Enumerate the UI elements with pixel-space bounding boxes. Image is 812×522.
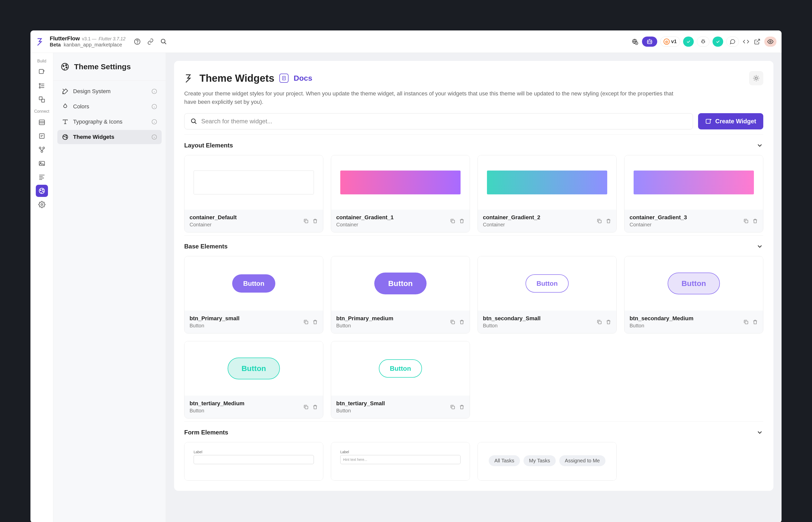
docs-link[interactable]: Docs	[293, 74, 312, 82]
delete-icon[interactable]	[459, 404, 465, 410]
delete-icon[interactable]	[312, 218, 318, 224]
status-check-1[interactable]	[683, 37, 694, 47]
delete-icon[interactable]	[752, 218, 758, 224]
rail-datatype-icon[interactable]	[36, 130, 48, 142]
info-icon[interactable]	[151, 88, 157, 94]
copy-icon[interactable]	[303, 218, 309, 224]
rail-api-icon[interactable]	[36, 144, 48, 156]
search-icon[interactable]	[160, 38, 168, 46]
button-preview: Button	[379, 359, 422, 378]
widget-card[interactable]: container_Gradient_3Container	[624, 155, 763, 233]
widget-card[interactable]: Button btn_secondary_SmallButton	[478, 256, 616, 334]
theme-toggle-button[interactable]	[749, 71, 763, 85]
copy-icon[interactable]	[303, 319, 309, 325]
bug-icon[interactable]	[697, 37, 710, 47]
rail-database-icon[interactable]	[36, 116, 48, 128]
svg-point-41	[191, 119, 195, 123]
copy-icon[interactable]	[743, 319, 749, 325]
textfield-preview: Label	[194, 450, 314, 464]
info-icon[interactable]	[151, 119, 157, 125]
link-icon[interactable]	[146, 38, 155, 46]
svg-rect-16	[39, 134, 44, 139]
widget-card[interactable]: Button btn_tertiary_MediumButton	[184, 341, 323, 419]
widget-card[interactable]: container_Gradient_1Container	[331, 155, 470, 233]
design-icon	[62, 88, 68, 95]
section-header-layout[interactable]: Layout Elements	[184, 142, 763, 149]
delete-icon[interactable]	[606, 319, 611, 325]
flutter-version: Flutter 3.7.12	[99, 36, 125, 41]
svg-point-17	[39, 147, 41, 149]
copy-icon[interactable]	[743, 218, 749, 224]
widget-card[interactable]: Label Hint text here...	[331, 442, 470, 481]
info-icon[interactable]	[151, 134, 157, 140]
preview-eye-button[interactable]	[764, 37, 776, 47]
copy-icon[interactable]	[596, 218, 602, 224]
svg-rect-49	[598, 321, 601, 324]
search-icon	[190, 118, 197, 125]
svg-rect-52	[452, 406, 454, 409]
section-header-base[interactable]: Base Elements	[184, 243, 763, 250]
delete-icon[interactable]	[459, 218, 465, 224]
ai-button[interactable]	[642, 37, 657, 47]
container-preview	[194, 170, 314, 194]
delete-icon[interactable]	[606, 218, 611, 224]
search-box[interactable]	[184, 113, 693, 129]
rail-media-icon[interactable]	[36, 157, 48, 169]
widget-card[interactable]: Button btn_Primary_mediumButton	[331, 256, 470, 334]
copy-icon[interactable]	[303, 404, 309, 410]
widget-card[interactable]: Button btn_tertiary_SmallButton	[331, 341, 470, 419]
copy-icon[interactable]	[450, 218, 455, 224]
chevron-down-icon	[756, 429, 763, 436]
copy-icon[interactable]	[450, 404, 455, 410]
sidebar-item-colors[interactable]: Colors	[57, 99, 162, 114]
copy-icon[interactable]	[596, 319, 602, 325]
widget-card[interactable]: Button btn_secondary_MediumButton	[624, 256, 763, 334]
sidebar-item-design-system[interactable]: Design System	[57, 84, 162, 98]
rail-add-widget[interactable]	[36, 66, 48, 78]
delete-icon[interactable]	[752, 319, 758, 325]
rail-tree-icon[interactable]	[36, 80, 48, 92]
widget-card[interactable]: container_Gradient_2Container	[478, 155, 616, 233]
svg-rect-47	[305, 321, 308, 324]
sidebar-item-theme-widgets[interactable]: Theme Widgets	[57, 130, 162, 144]
info-icon[interactable]	[151, 104, 157, 109]
external-link-icon[interactable]	[753, 38, 761, 46]
section-header-form[interactable]: Form Elements	[184, 429, 763, 436]
panel-title: Theme Settings	[74, 62, 131, 71]
rail-settings-icon[interactable]	[36, 198, 48, 210]
svg-point-1	[137, 43, 137, 43]
container-preview	[340, 170, 461, 194]
globe-icon[interactable]	[631, 38, 639, 46]
version-badge[interactable]: ◎ v1	[660, 37, 680, 47]
rail-pages-icon[interactable]	[36, 94, 48, 105]
app-logo	[36, 37, 46, 47]
help-icon[interactable]	[133, 38, 141, 46]
create-widget-button[interactable]: Create Widget	[698, 113, 763, 129]
widget-card[interactable]: container_DefaultContainer	[184, 155, 323, 233]
sidebar-item-typography[interactable]: Typography & Icons	[57, 115, 162, 129]
svg-point-37	[66, 137, 67, 138]
left-rail: Build Connect	[31, 53, 53, 522]
rail-align-icon[interactable]	[36, 171, 48, 183]
svg-point-25	[42, 191, 43, 192]
delete-icon[interactable]	[459, 319, 465, 325]
widget-card[interactable]: Button btn_Primary_smallButton	[184, 256, 323, 334]
button-preview: Button	[668, 273, 720, 294]
svg-point-29	[65, 64, 67, 66]
code-icon[interactable]	[742, 38, 750, 46]
page-title: Theme Widgets	[200, 73, 274, 84]
delete-icon[interactable]	[312, 404, 318, 410]
widget-card[interactable]: Label	[184, 442, 323, 481]
status-check-2[interactable]	[712, 37, 723, 47]
svg-point-22	[39, 188, 44, 194]
svg-point-24	[42, 189, 43, 190]
svg-point-11	[39, 83, 40, 85]
widget-card[interactable]: All Tasks My Tasks Assigned to Me	[478, 442, 616, 481]
svg-point-27	[62, 63, 68, 70]
svg-rect-8	[702, 40, 704, 43]
chat-icon[interactable]	[726, 37, 739, 47]
search-input[interactable]	[201, 118, 687, 125]
rail-theme-icon[interactable]	[36, 185, 48, 197]
copy-icon[interactable]	[450, 319, 455, 325]
delete-icon[interactable]	[312, 319, 318, 325]
